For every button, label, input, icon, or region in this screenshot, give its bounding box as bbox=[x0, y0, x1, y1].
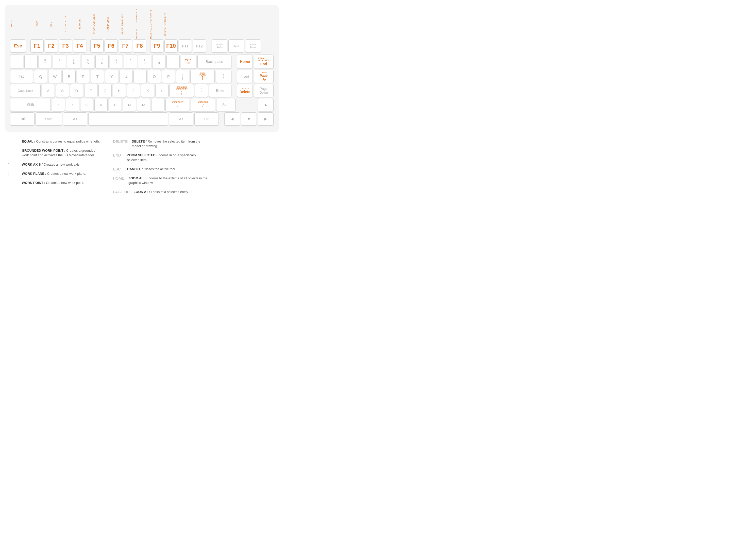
key-pageup-label: PageUp bbox=[260, 74, 267, 81]
key-2[interactable]: @ 2 bbox=[39, 55, 52, 69]
key-w[interactable]: W bbox=[48, 70, 61, 83]
fn-right-gap bbox=[207, 39, 211, 53]
key-capslock[interactable]: Caps Lock bbox=[10, 84, 41, 97]
key-down[interactable]: ▼ bbox=[241, 112, 257, 126]
key-comma[interactable]: < , bbox=[151, 98, 164, 111]
key-quote[interactable]: " ' bbox=[195, 84, 208, 97]
key-tab[interactable]: Tab bbox=[10, 70, 33, 83]
key-h[interactable]: H bbox=[113, 84, 126, 97]
key-esc[interactable]: Esc bbox=[10, 39, 26, 53]
key-f7[interactable]: F7 bbox=[119, 39, 132, 53]
key-right[interactable]: ► bbox=[258, 112, 274, 126]
key-f8[interactable]: F8 bbox=[133, 39, 146, 53]
key-backspace[interactable]: Backspace bbox=[197, 55, 231, 69]
key-n[interactable]: N bbox=[123, 98, 136, 111]
key-left[interactable]: ◄ bbox=[224, 112, 240, 126]
key-5[interactable]: % 5 bbox=[81, 55, 94, 69]
key-home[interactable]: Home bbox=[237, 55, 253, 69]
key-f[interactable]: F bbox=[84, 84, 97, 97]
key-start[interactable]: Start bbox=[36, 112, 62, 126]
key-f5[interactable]: F5 bbox=[90, 39, 104, 53]
key-p[interactable]: P bbox=[162, 70, 175, 83]
key-lbracket-label: [ bbox=[182, 76, 183, 80]
key-u[interactable]: U bbox=[119, 70, 132, 83]
key-insert[interactable]: Insert bbox=[237, 70, 253, 83]
key-g[interactable]: G bbox=[98, 84, 112, 97]
key-equal[interactable]: EQUAL = bbox=[181, 55, 196, 69]
key-alt-right[interactable]: Alt bbox=[169, 112, 193, 126]
key-f11[interactable]: F11 bbox=[179, 39, 192, 53]
key-o[interactable]: O bbox=[148, 70, 161, 83]
key-e[interactable]: E bbox=[62, 70, 76, 83]
key-rparen: ) bbox=[158, 59, 159, 61]
key-4[interactable]: $ 4 bbox=[67, 55, 80, 69]
key-8[interactable]: * 8 bbox=[124, 55, 137, 69]
key-x[interactable]: X bbox=[66, 98, 79, 111]
key-7[interactable]: & 7 bbox=[110, 55, 123, 69]
key-hash: # bbox=[59, 59, 60, 61]
key-delete[interactable]: DELETE Delete bbox=[237, 84, 253, 97]
key-y[interactable]: Y bbox=[105, 70, 118, 83]
key-c[interactable]: C bbox=[80, 98, 93, 111]
key-m[interactable]: M bbox=[137, 98, 150, 111]
key-z[interactable]: Z bbox=[52, 98, 65, 111]
key-end[interactable]: ZOOMSELECTED End bbox=[254, 55, 274, 69]
key-k[interactable]: K bbox=[141, 84, 154, 97]
key-pageup[interactable]: LOOK AT PageUp bbox=[254, 70, 274, 83]
key-alt-left[interactable]: Alt bbox=[63, 112, 87, 126]
key-f1[interactable]: F1 bbox=[30, 39, 44, 53]
key-pause[interactable]: PauseBreak bbox=[245, 39, 261, 53]
key-3[interactable]: # 3 bbox=[53, 55, 66, 69]
fn-label-f1: HELP bbox=[30, 10, 44, 38]
key-f12[interactable]: F12 bbox=[193, 39, 206, 53]
key-q[interactable]: Q bbox=[34, 70, 47, 83]
key-minus[interactable]: — - bbox=[166, 55, 180, 69]
key-f10[interactable]: F10 bbox=[164, 39, 178, 53]
key-insert-label: Insert bbox=[241, 75, 249, 78]
key-f9[interactable]: F9 bbox=[150, 39, 163, 53]
key-period[interactable]: WORK POINT . bbox=[165, 98, 190, 111]
key-f3[interactable]: F3 bbox=[59, 39, 72, 53]
key-t[interactable]: T bbox=[91, 70, 104, 83]
key-r[interactable]: R bbox=[77, 70, 90, 83]
key-f4[interactable]: F4 bbox=[73, 39, 86, 53]
key-shift-right[interactable]: Shift bbox=[216, 98, 235, 111]
key-i[interactable]: I bbox=[133, 70, 147, 83]
key-j-label: J bbox=[132, 88, 134, 93]
key-scrlk[interactable]: ScrLK bbox=[228, 39, 244, 53]
key-b[interactable]: B bbox=[109, 98, 122, 111]
legend-right-col: DELETE DELETE / Removes the selected ite… bbox=[113, 139, 208, 199]
key-backtick[interactable]: ~ ` bbox=[10, 55, 23, 69]
key-0[interactable]: ) 0 bbox=[152, 55, 165, 69]
key-space[interactable] bbox=[88, 112, 168, 126]
key-lbracket[interactable]: { [ bbox=[176, 70, 189, 83]
key-q-label: Q bbox=[39, 74, 42, 79]
key-enter[interactable]: Enter bbox=[209, 84, 231, 97]
key-f6[interactable]: F6 bbox=[105, 39, 118, 53]
key-prtscn[interactable]: PrtScnSysRq bbox=[212, 39, 227, 53]
key-f2[interactable]: F2 bbox=[45, 39, 58, 53]
key-a[interactable]: A bbox=[42, 84, 55, 97]
key-j[interactable]: J bbox=[127, 84, 140, 97]
key-ctrl-left[interactable]: Ctrl bbox=[10, 112, 35, 126]
key-l[interactable]: L bbox=[155, 84, 169, 97]
key-f6-label: F6 bbox=[108, 43, 115, 49]
key-v[interactable]: V bbox=[94, 98, 108, 111]
key-up[interactable]: ▲ bbox=[258, 98, 274, 111]
key-6[interactable]: ^ 6 bbox=[95, 55, 109, 69]
key-m-label: M bbox=[142, 103, 145, 107]
fn-label-f7: SLICE GRAPHICS bbox=[116, 10, 129, 38]
key-semicolon[interactable]: GROUNDEDWORK POINT ; bbox=[170, 84, 194, 97]
key-rbracket[interactable]: WORKPLANE ] bbox=[190, 70, 215, 83]
key-backslash[interactable]: | \ bbox=[216, 70, 231, 83]
key-4-label: 4 bbox=[73, 61, 74, 65]
key-d[interactable]: D bbox=[70, 84, 83, 97]
key-shift-left[interactable]: Shift bbox=[10, 98, 51, 111]
key-pagedown[interactable]: Page Down bbox=[254, 84, 274, 97]
key-ctrl-right[interactable]: Ctrl bbox=[194, 112, 219, 126]
key-9[interactable]: ( 9 bbox=[138, 55, 151, 69]
key-s[interactable]: S bbox=[56, 84, 69, 97]
key-slash[interactable]: WORK AXIS / bbox=[191, 98, 215, 111]
key-period-label: . bbox=[177, 103, 178, 108]
key-1[interactable]: ! 1 bbox=[24, 55, 38, 69]
